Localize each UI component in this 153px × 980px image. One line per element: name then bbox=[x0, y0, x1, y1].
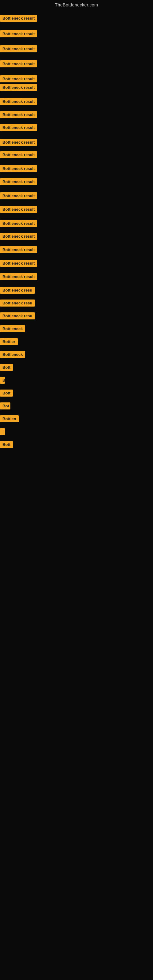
bottleneck-result-item[interactable]: Bottleneck result bbox=[0, 192, 37, 200]
bottleneck-label: Bottleneck result bbox=[0, 15, 37, 22]
bottleneck-result-item[interactable]: Bottleneck result bbox=[0, 98, 37, 106]
bottleneck-label: Bottleneck resu bbox=[0, 312, 35, 320]
bottleneck-result-item[interactable]: Bottleneck result bbox=[0, 75, 37, 84]
bottleneck-result-item[interactable]: Bottleneck result bbox=[0, 273, 37, 282]
bottleneck-label: | bbox=[0, 428, 5, 435]
bottleneck-result-item[interactable]: B bbox=[0, 377, 5, 385]
bottleneck-label: Bottleneck result bbox=[0, 273, 37, 280]
bottleneck-result-item[interactable]: Bottleneck result bbox=[0, 260, 37, 268]
bottleneck-label: Bottleneck result bbox=[0, 60, 37, 67]
bottleneck-result-item[interactable]: Bottler bbox=[0, 338, 18, 346]
bottleneck-label: Bottleneck result bbox=[0, 233, 37, 240]
bottleneck-label: Bottleneck resu bbox=[0, 299, 35, 307]
bottleneck-label: Bott bbox=[0, 390, 13, 396]
bottleneck-label: Bottleneck result bbox=[0, 220, 37, 227]
bottleneck-label: Bottleneck result bbox=[0, 246, 37, 253]
bottleneck-label: Bottleneck resu bbox=[0, 286, 35, 294]
bottleneck-result-item[interactable]: Bottleneck resu bbox=[0, 286, 35, 295]
bottleneck-label: Bottleneck bbox=[0, 325, 25, 332]
bottleneck-label: Bottleneck result bbox=[0, 30, 37, 37]
bottleneck-result-item[interactable]: Bottleneck result bbox=[0, 84, 37, 92]
bottleneck-label: Bottleneck result bbox=[0, 192, 37, 199]
bottleneck-label: Bottler bbox=[0, 338, 18, 345]
bottleneck-result-item[interactable]: Bott bbox=[0, 441, 13, 449]
bottleneck-label: Bottleneck result bbox=[0, 75, 37, 83]
bottleneck-label: Bottleneck result bbox=[0, 260, 37, 267]
bottleneck-result-item[interactable]: Bottlen bbox=[0, 415, 19, 423]
bottleneck-result-item[interactable]: Bottleneck bbox=[0, 325, 25, 334]
bottleneck-label: Bottleneck bbox=[0, 351, 25, 358]
bottleneck-result-item[interactable]: Bottleneck result bbox=[0, 220, 37, 228]
bottleneck-label: Bot bbox=[0, 402, 10, 409]
bottleneck-result-item[interactable]: Bottleneck resu bbox=[0, 299, 35, 308]
bottleneck-result-item[interactable]: Bottleneck result bbox=[0, 233, 37, 241]
bottleneck-label: Bott bbox=[0, 441, 13, 448]
bottleneck-result-item[interactable]: Bot bbox=[0, 402, 10, 411]
bottleneck-label: Bottleneck result bbox=[0, 178, 37, 185]
bottleneck-label: Bottlen bbox=[0, 415, 19, 422]
bottleneck-result-item[interactable]: | bbox=[0, 428, 5, 436]
bottleneck-label: Bottleneck result bbox=[0, 124, 37, 131]
bottleneck-result-item[interactable]: Bott bbox=[0, 390, 13, 398]
bottleneck-result-item[interactable]: Bottleneck result bbox=[0, 178, 37, 186]
bottleneck-result-item[interactable]: Bottleneck result bbox=[0, 246, 37, 255]
bottleneck-label: Bottleneck result bbox=[0, 151, 37, 158]
bottleneck-label: B bbox=[0, 377, 5, 384]
bottleneck-label: Bottleneck result bbox=[0, 45, 37, 52]
bottleneck-result-item[interactable]: Bottleneck result bbox=[0, 45, 37, 54]
bottleneck-label: Bottleneck result bbox=[0, 206, 37, 213]
bottleneck-result-item[interactable]: Bottleneck result bbox=[0, 206, 37, 214]
bottleneck-label: Bott bbox=[0, 364, 13, 371]
bottleneck-result-item[interactable]: Bottleneck result bbox=[0, 151, 37, 159]
bottleneck-label: Bottleneck result bbox=[0, 111, 37, 118]
bottleneck-result-item[interactable]: Bottleneck bbox=[0, 351, 25, 359]
site-title: TheBottlenecker.com bbox=[0, 0, 153, 10]
bottleneck-result-item[interactable]: Bott bbox=[0, 364, 13, 372]
bottleneck-label: Bottleneck result bbox=[0, 84, 37, 91]
bottleneck-result-item[interactable]: Bottleneck result bbox=[0, 111, 37, 119]
bottleneck-result-item[interactable]: Bottleneck resu bbox=[0, 312, 35, 321]
bottleneck-result-item[interactable]: Bottleneck result bbox=[0, 15, 37, 23]
bottleneck-label: Bottleneck result bbox=[0, 165, 37, 172]
bottleneck-label: Bottleneck result bbox=[0, 139, 37, 146]
bottleneck-label: Bottleneck result bbox=[0, 98, 37, 105]
bottleneck-result-item[interactable]: Bottleneck result bbox=[0, 60, 37, 68]
bottleneck-result-item[interactable]: Bottleneck result bbox=[0, 30, 37, 38]
bottleneck-result-item[interactable]: Bottleneck result bbox=[0, 165, 37, 173]
bottleneck-result-item[interactable]: Bottleneck result bbox=[0, 139, 37, 147]
bottleneck-result-item[interactable]: Bottleneck result bbox=[0, 124, 37, 132]
